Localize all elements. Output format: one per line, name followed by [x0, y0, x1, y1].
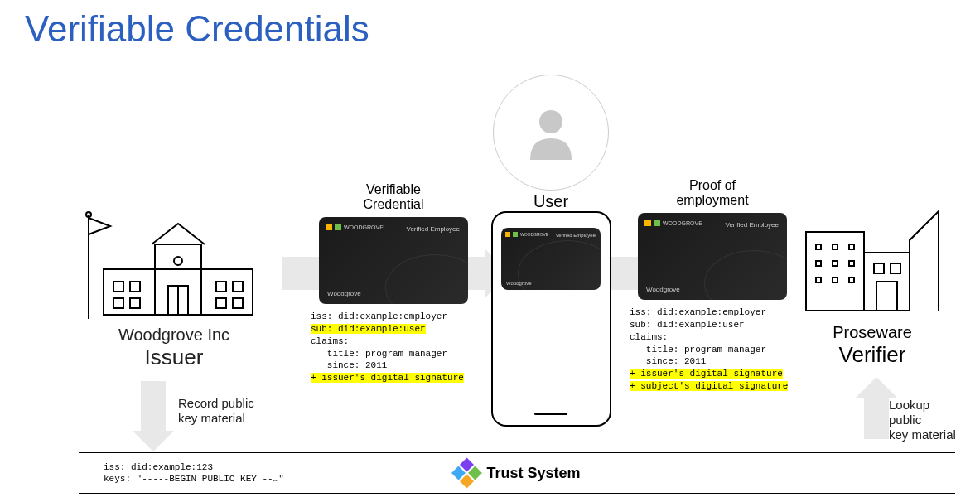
user-block: User WOODGROVE Verified Employee Woodgro… — [485, 75, 617, 427]
svg-rect-27 — [876, 282, 897, 311]
svg-point-12 — [174, 257, 182, 265]
verifier-role: Verifier — [798, 342, 947, 368]
svg-rect-25 — [833, 278, 838, 282]
card-tag: Verified Employee — [407, 225, 460, 233]
record-label: Record public key material — [178, 396, 254, 426]
verifier-building-icon — [798, 199, 947, 315]
arrow-record-down — [141, 381, 166, 431]
svg-rect-29 — [891, 263, 900, 273]
svg-rect-19 — [833, 244, 838, 249]
trust-system-band: iss: did:example:123 keys: "-----BEGIN P… — [79, 452, 955, 494]
svg-rect-20 — [849, 244, 854, 249]
svg-point-15 — [539, 110, 562, 133]
svg-rect-22 — [833, 261, 838, 266]
svg-rect-18 — [816, 244, 821, 249]
trust-system-title: Trust System — [453, 460, 580, 486]
trust-keys-code: iss: did:example:123 keys: "-----BEGIN P… — [104, 461, 284, 485]
verifier-name: Proseware — [798, 323, 947, 342]
credential-label: Verifiable Credential — [311, 182, 476, 212]
svg-rect-7 — [216, 282, 226, 292]
svg-point-1 — [86, 212, 91, 217]
svg-rect-9 — [216, 298, 226, 308]
phone-icon: WOODGROVE Verified Employee Woodgrove — [491, 211, 611, 427]
credential-card: WOODGROVE Verified Employee Woodgrove — [319, 217, 468, 304]
issuer-building-icon — [79, 195, 269, 319]
trust-cube-icon — [453, 460, 480, 486]
proof-code: iss: did:example:employer sub: did:examp… — [630, 307, 795, 393]
svg-rect-23 — [849, 261, 854, 266]
credential-column: Verifiable Credential WOODGROVE Verified… — [311, 182, 476, 384]
card-logo-icon: WOODGROVE — [326, 224, 384, 230]
phone-credential-card: WOODGROVE Verified Employee Woodgrove — [501, 228, 601, 290]
diagram-stage: Woodgrove Inc Issuer Verifiable Credenti… — [0, 66, 980, 422]
svg-rect-24 — [816, 278, 821, 282]
svg-rect-26 — [849, 278, 854, 282]
svg-rect-4 — [130, 282, 140, 292]
person-icon — [522, 104, 580, 162]
proof-column: Proof of employment WOODGROVE Verified E… — [630, 178, 795, 393]
verifier-block: Proseware Verifier — [798, 199, 947, 368]
arrow-lookup-up — [864, 398, 889, 439]
phone-homebar — [534, 413, 567, 415]
proof-card: WOODGROVE Verified Employee Woodgrove — [638, 213, 787, 300]
svg-rect-3 — [113, 282, 123, 292]
issuer-role: Issuer — [79, 345, 269, 370]
svg-rect-21 — [816, 261, 821, 266]
svg-rect-6 — [130, 298, 140, 308]
page-title: Verifiable Credentials — [25, 8, 369, 50]
svg-rect-8 — [233, 282, 243, 292]
user-avatar-circle — [493, 75, 609, 191]
svg-rect-10 — [233, 298, 243, 308]
issuer-name: Woodgrove Inc — [79, 326, 269, 345]
lookup-label: Lookup public key material — [889, 398, 963, 442]
card-brand: Woodgrove — [327, 290, 361, 297]
proof-label: Proof of employment — [630, 178, 795, 208]
issuer-block: Woodgrove Inc Issuer — [79, 195, 269, 370]
svg-rect-28 — [874, 263, 884, 273]
user-label: User — [485, 192, 617, 211]
svg-rect-5 — [113, 298, 123, 308]
credential-code: iss: did:example:employer sub: did:examp… — [311, 311, 476, 384]
